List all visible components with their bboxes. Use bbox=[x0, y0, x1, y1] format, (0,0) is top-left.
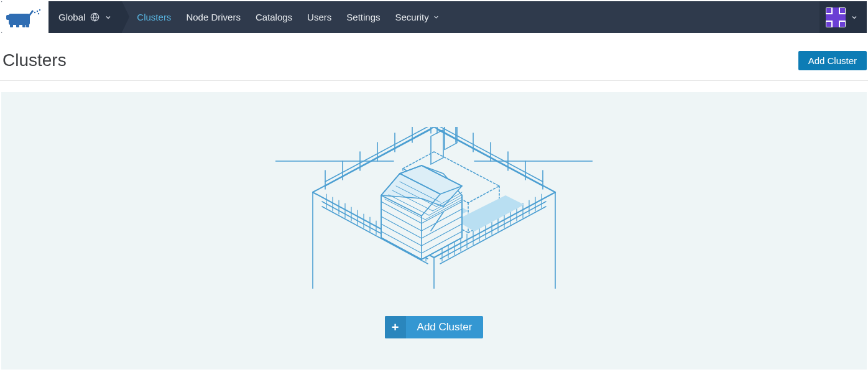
main-nav: Clusters Node Drivers Catalogs Users Set… bbox=[129, 1, 446, 33]
chevron-down-icon bbox=[104, 14, 112, 21]
svg-rect-3 bbox=[16, 24, 19, 27]
user-menu[interactable] bbox=[820, 1, 867, 33]
add-cluster-button[interactable]: Add Cluster bbox=[798, 51, 867, 70]
cow-logo-icon bbox=[5, 6, 42, 29]
svg-point-7 bbox=[37, 10, 38, 11]
avatar bbox=[826, 7, 846, 27]
scope-selector[interactable]: Global bbox=[48, 1, 122, 33]
nav-settings[interactable]: Settings bbox=[339, 1, 387, 33]
nav-clusters[interactable]: Clusters bbox=[129, 1, 178, 33]
plus-icon: + bbox=[385, 316, 406, 338]
nav-node-drivers[interactable]: Node Drivers bbox=[178, 1, 248, 33]
svg-point-6 bbox=[34, 11, 35, 12]
svg-rect-106 bbox=[431, 129, 443, 164]
button-label: Add Cluster bbox=[406, 316, 484, 338]
svg-rect-0 bbox=[9, 14, 30, 25]
svg-rect-2 bbox=[10, 24, 13, 27]
nav-security[interactable]: Security bbox=[387, 1, 446, 33]
app-logo[interactable] bbox=[1, 1, 48, 33]
globe-icon bbox=[90, 12, 99, 22]
page-title: Clusters bbox=[2, 50, 67, 70]
nav-catalogs[interactable]: Catalogs bbox=[248, 1, 300, 33]
top-navigation-bar: Global Clusters Node Drivers Catalogs Us… bbox=[1, 1, 867, 33]
button-label: Add Cluster bbox=[808, 55, 857, 66]
svg-rect-1 bbox=[6, 15, 11, 20]
nav-label: Catalogs bbox=[256, 12, 292, 22]
nav-label: Security bbox=[395, 12, 428, 22]
chevron-down-icon bbox=[433, 14, 440, 21]
nav-label: Clusters bbox=[137, 12, 171, 22]
empty-state-illustration bbox=[275, 127, 593, 289]
nav-users[interactable]: Users bbox=[300, 1, 339, 33]
svg-line-28 bbox=[437, 127, 543, 182]
scope-label: Global bbox=[58, 12, 85, 22]
nav-label: Node Drivers bbox=[186, 12, 241, 22]
svg-line-27 bbox=[437, 129, 543, 186]
add-cluster-button-center[interactable]: + Add Cluster bbox=[385, 316, 484, 338]
svg-point-9 bbox=[38, 12, 39, 14]
nav-label: Settings bbox=[346, 12, 380, 22]
chevron-down-icon bbox=[851, 14, 858, 21]
svg-rect-4 bbox=[22, 24, 25, 27]
empty-state-panel: + Add Cluster bbox=[1, 92, 867, 370]
svg-marker-80 bbox=[456, 195, 524, 231]
page-header: Clusters Add Cluster bbox=[0, 34, 868, 81]
nav-label: Users bbox=[307, 12, 331, 22]
svg-point-8 bbox=[39, 9, 40, 10]
svg-rect-5 bbox=[26, 24, 29, 27]
